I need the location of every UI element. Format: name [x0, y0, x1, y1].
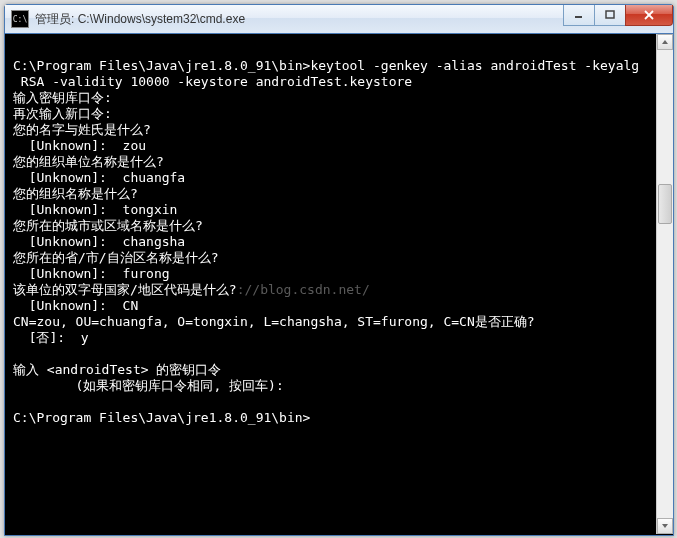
terminal-output[interactable]: C:\Program Files\Java\jre1.8.0_91\bin>ke…: [13, 42, 651, 526]
minimize-icon: [574, 10, 584, 20]
terminal-line: 输入 <androidTest> 的密钥口令: [13, 362, 651, 378]
cmd-icon: C:\: [11, 10, 29, 28]
terminal-line: [13, 346, 651, 362]
terminal-area: C:\Program Files\Java\jre1.8.0_91\bin>ke…: [5, 34, 673, 534]
window-title: 管理员: C:\Windows\system32\cmd.exe: [35, 11, 245, 28]
svg-marker-4: [662, 40, 668, 44]
svg-marker-5: [662, 524, 668, 528]
scroll-down-button[interactable]: [657, 518, 673, 534]
terminal-line: 您的组织单位名称是什么?: [13, 154, 651, 170]
terminal-line: [13, 394, 651, 410]
terminal-line: 您所在的城市或区域名称是什么?: [13, 218, 651, 234]
terminal-line: [Unknown]: chuangfa: [13, 170, 651, 186]
terminal-line: 您的名字与姓氏是什么?: [13, 122, 651, 138]
chevron-up-icon: [661, 38, 669, 46]
scrollbar-vertical[interactable]: [656, 34, 673, 534]
terminal-line: 输入密钥库口令:: [13, 90, 651, 106]
terminal-line: RSA -validity 10000 -keystore androidTes…: [13, 74, 651, 90]
titlebar[interactable]: C:\ 管理员: C:\Windows\system32\cmd.exe: [5, 5, 673, 34]
watermark-text: ://blog.csdn.net/: [237, 282, 370, 297]
terminal-line: 您所在的省/市/自治区名称是什么?: [13, 250, 651, 266]
terminal-line: [Unknown]: tongxin: [13, 202, 651, 218]
window-controls: [564, 5, 673, 25]
terminal-line: [Unknown]: CN: [13, 298, 651, 314]
terminal-line: [否]: y: [13, 330, 651, 346]
terminal-line: 再次输入新口令:: [13, 106, 651, 122]
maximize-button[interactable]: [594, 5, 626, 26]
close-button[interactable]: [625, 5, 673, 26]
terminal-line: [Unknown]: changsha: [13, 234, 651, 250]
close-icon: [643, 10, 655, 20]
terminal-line: [Unknown]: zou: [13, 138, 651, 154]
terminal-line: [13, 42, 651, 58]
chevron-down-icon: [661, 522, 669, 530]
terminal-line: C:\Program Files\Java\jre1.8.0_91\bin>: [13, 410, 651, 426]
scroll-up-button[interactable]: [657, 34, 673, 50]
maximize-icon: [605, 10, 615, 20]
terminal-line: (如果和密钥库口令相同, 按回车):: [13, 378, 651, 394]
terminal-line: 该单位的双字母国家/地区代码是什么?://blog.csdn.net/: [13, 282, 651, 298]
minimize-button[interactable]: [563, 5, 595, 26]
cmd-window: C:\ 管理员: C:\Windows\system32\cmd.exe C:\…: [4, 4, 674, 536]
scroll-thumb[interactable]: [658, 184, 672, 224]
terminal-line: [Unknown]: furong: [13, 266, 651, 282]
svg-rect-1: [606, 11, 614, 18]
terminal-line: C:\Program Files\Java\jre1.8.0_91\bin>ke…: [13, 58, 651, 74]
terminal-line: CN=zou, OU=chuangfa, O=tongxin, L=changs…: [13, 314, 651, 330]
terminal-line: 您的组织名称是什么?: [13, 186, 651, 202]
